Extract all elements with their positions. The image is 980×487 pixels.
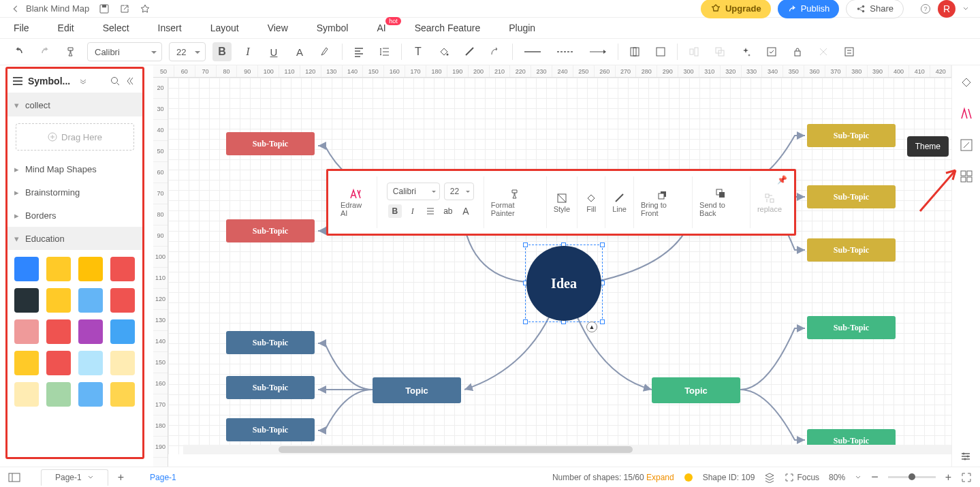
- topic-node[interactable]: Topic: [652, 377, 740, 403]
- subtopic-node[interactable]: Sub-Topic: [807, 124, 896, 147]
- menu-select[interactable]: Select: [103, 22, 129, 33]
- user-avatar[interactable]: R: [938, 0, 955, 18]
- share-button[interactable]: Share: [846, 0, 904, 18]
- symbol-item[interactable]: [78, 257, 103, 281]
- warn-icon[interactable]: [684, 473, 693, 482]
- line-dash-button[interactable]: [552, 42, 578, 61]
- symbol-item[interactable]: [14, 351, 39, 375]
- expand-link[interactable]: Expand: [646, 473, 674, 482]
- subtopic-node[interactable]: Sub-Topic: [226, 418, 315, 441]
- section-collect[interactable]: ▾collect: [7, 93, 142, 116]
- symbol-item[interactable]: [46, 319, 71, 344]
- redo-button[interactable]: [35, 42, 54, 61]
- drag-here-dropzone[interactable]: Drag Here: [16, 123, 134, 151]
- format-painter-button[interactable]: [61, 42, 80, 61]
- lock-button[interactable]: [788, 42, 807, 61]
- page-tab[interactable]: Page-1: [41, 469, 108, 486]
- menu-plugin[interactable]: Plugin: [509, 22, 535, 33]
- ctx-strike-button[interactable]: ab: [441, 204, 455, 218]
- ctx-size-select[interactable]: 22: [444, 183, 474, 200]
- ctx-font-select[interactable]: Calibri: [387, 183, 440, 200]
- upgrade-button[interactable]: Upgrade: [701, 0, 771, 18]
- line-style-button[interactable]: [460, 42, 479, 61]
- symbol-item[interactable]: [78, 351, 103, 375]
- fit-button[interactable]: [651, 42, 670, 61]
- symbol-item[interactable]: [110, 351, 135, 375]
- check-button[interactable]: [762, 42, 781, 61]
- more-button[interactable]: [840, 42, 859, 61]
- avatar-menu-icon[interactable]: [962, 5, 969, 12]
- connector-button[interactable]: [486, 42, 505, 61]
- canvas[interactable]: Sub-Topic Sub-Topic Sub-Topic Sub-Topic …: [168, 78, 951, 454]
- ctx-edraw-ai[interactable]: Edraw AI: [334, 176, 377, 228]
- fill-button[interactable]: [434, 42, 454, 61]
- zoom-slider[interactable]: [888, 476, 936, 478]
- ctx-bring-front[interactable]: Bring to Front: [634, 176, 693, 228]
- symbol-item[interactable]: [110, 382, 135, 407]
- subtopic-node[interactable]: Sub-Topic: [807, 185, 896, 208]
- ctx-line[interactable]: Line: [605, 176, 634, 228]
- ctx-send-back[interactable]: Send to Back: [693, 176, 750, 228]
- menu-insert[interactable]: Insert: [158, 22, 182, 33]
- layers-icon[interactable]: [764, 472, 775, 483]
- section-mindmap[interactable]: ▸Mind Map Shapes: [7, 157, 142, 180]
- back-icon[interactable]: [11, 4, 20, 14]
- zoom-in-button[interactable]: +: [945, 471, 951, 484]
- topic-node[interactable]: Topic: [373, 377, 461, 403]
- font-color-button[interactable]: A: [290, 42, 309, 61]
- symbol-item[interactable]: [46, 257, 71, 281]
- subtopic-node[interactable]: Sub-Topic: [226, 132, 315, 155]
- canvas-h-scrollbar[interactable]: [183, 445, 951, 454]
- star-icon[interactable]: [140, 3, 151, 14]
- edit-panel-icon[interactable]: [959, 138, 974, 153]
- menu-symbol[interactable]: Symbol: [317, 22, 349, 33]
- menu-layout[interactable]: Layout: [210, 22, 239, 33]
- ctx-format-painter[interactable]: Format Painter: [484, 176, 547, 228]
- zoom-out-button[interactable]: −: [871, 470, 879, 484]
- help-icon[interactable]: ?: [920, 3, 931, 14]
- settings-icon[interactable]: [960, 450, 972, 462]
- ctx-align-button[interactable]: [424, 204, 437, 218]
- subtopic-node[interactable]: Sub-Topic: [807, 238, 896, 262]
- underline-button[interactable]: U: [264, 42, 283, 61]
- theme-panel-icon[interactable]: [959, 169, 974, 184]
- ctx-style[interactable]: Style: [547, 176, 578, 228]
- ctx-bold-button[interactable]: B: [388, 204, 402, 218]
- ctx-fontcolor-button[interactable]: A: [459, 204, 473, 218]
- menu-ai[interactable]: AIhot: [377, 22, 385, 33]
- symbol-item[interactable]: [46, 288, 71, 313]
- italic-button[interactable]: I: [238, 42, 257, 61]
- symbol-item[interactable]: [14, 257, 39, 281]
- bold-button[interactable]: B: [212, 42, 232, 61]
- symbol-item[interactable]: [110, 288, 135, 313]
- menu-file[interactable]: File: [14, 22, 29, 33]
- section-education[interactable]: ▾Education: [7, 227, 142, 250]
- menu-edit[interactable]: Edit: [58, 22, 74, 33]
- add-page-button[interactable]: +: [118, 471, 124, 484]
- group-button[interactable]: [710, 42, 729, 61]
- section-brainstorming[interactable]: ▸Brainstorming: [7, 180, 142, 204]
- symbol-item[interactable]: [110, 257, 135, 281]
- symbol-item[interactable]: [78, 382, 103, 407]
- fill-panel-icon[interactable]: [959, 75, 974, 90]
- symbol-item[interactable]: [14, 382, 39, 407]
- line-height-button[interactable]: [375, 42, 394, 61]
- subtopic-node[interactable]: Sub-Topic: [226, 219, 315, 242]
- font-select[interactable]: Calibri: [87, 42, 162, 61]
- symbol-item[interactable]: [14, 319, 39, 344]
- menu-icon[interactable]: [13, 77, 22, 85]
- fullscreen-icon[interactable]: [961, 472, 972, 483]
- highlight-button[interactable]: [316, 42, 335, 61]
- page-setup-button[interactable]: [625, 42, 644, 61]
- arrow-style-button[interactable]: [585, 42, 611, 61]
- symbol-item[interactable]: [46, 382, 71, 407]
- menu-view[interactable]: View: [268, 22, 288, 33]
- ctx-italic-button[interactable]: I: [406, 204, 420, 218]
- subtopic-node[interactable]: Sub-Topic: [226, 331, 315, 354]
- publish-button[interactable]: Publish: [778, 0, 840, 18]
- symbol-item[interactable]: [110, 319, 135, 344]
- focus-button[interactable]: Focus: [785, 473, 819, 482]
- symbol-item[interactable]: [46, 351, 71, 375]
- undo-button[interactable]: [10, 42, 29, 61]
- menu-search[interactable]: Search Feature: [415, 22, 481, 33]
